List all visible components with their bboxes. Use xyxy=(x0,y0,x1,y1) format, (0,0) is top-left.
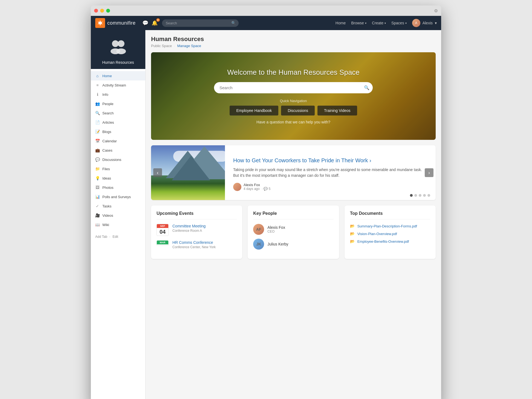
nav-icons: 💬 🔔 2 xyxy=(142,20,158,26)
user-menu[interactable]: A Alexis ▾ xyxy=(412,19,437,27)
files-icon: 📁 xyxy=(95,167,100,171)
spaces-arrow-icon: ▾ xyxy=(405,22,407,25)
person-details-2: Julius Kerby xyxy=(267,242,288,246)
minimize-button[interactable] xyxy=(100,9,104,13)
doc-item-3[interactable]: 📂 Employee-Benefits-Overview.pdf xyxy=(350,239,430,244)
page-subtitle: Public Space · Manage Space xyxy=(151,44,436,48)
carousel-dot-4[interactable] xyxy=(423,194,426,197)
event-month-1: SEP xyxy=(157,224,168,228)
title-bar-right: ⚙ xyxy=(434,8,438,13)
person-name-2[interactable]: Julius Kerby xyxy=(267,242,288,246)
sidebar-item-info[interactable]: ℹ Info xyxy=(91,90,145,99)
create-arrow-icon: ▾ xyxy=(384,22,386,25)
sidebar-item-tasks[interactable]: ✓ Tasks xyxy=(91,201,145,211)
sidebar-label-home: Home xyxy=(102,74,112,78)
hero-search-input[interactable] xyxy=(214,82,373,93)
sidebar-item-photos[interactable]: 🖼 Photos xyxy=(91,183,145,192)
videos-icon: 🎥 xyxy=(95,213,100,218)
doc-folder-icon-2: 📂 xyxy=(350,232,355,236)
sidebar-item-files[interactable]: 📁 Files xyxy=(91,164,145,174)
event-name-1[interactable]: Committee Meeting xyxy=(172,224,237,228)
sidebar-item-home[interactable]: ⌂ Home xyxy=(91,71,145,80)
svg-point-1 xyxy=(118,40,125,47)
carousel-dot-2[interactable] xyxy=(414,194,417,197)
search-submit-icon[interactable]: 🔍 xyxy=(231,21,236,25)
person-role-1: CEO xyxy=(267,230,285,233)
search-input[interactable] xyxy=(162,19,239,27)
hero-search-button[interactable]: 🔍 xyxy=(364,85,369,90)
event-name-2[interactable]: HR Comms Conference xyxy=(172,240,237,245)
doc-item-1[interactable]: 📂 Summary-Plan-Description-Forms.pdf xyxy=(350,224,430,228)
event-item-1: SEP 04 Committee Meeting Conference Room… xyxy=(157,224,237,236)
browse-arrow-icon: ▾ xyxy=(365,22,366,25)
cases-icon: 💼 xyxy=(95,148,100,152)
manage-space-link[interactable]: Manage Space xyxy=(177,44,201,48)
quicknav-handbook-button[interactable]: Employee Handbook xyxy=(230,106,278,115)
hero-content: Welcome to the Human Resources Space 🔍 Q… xyxy=(151,63,436,130)
documents-widget: Top Documents 📂 Summary-Plan-Description… xyxy=(345,206,436,259)
people-widget: Key People AF Alexis Fox CEO JK Julius K… xyxy=(248,206,339,259)
sidebar-item-calendar[interactable]: 📅 Calendar xyxy=(91,136,145,146)
person-item-1: AF Alexis Fox CEO xyxy=(253,224,333,235)
sidebar-label-ideas: Ideas xyxy=(102,176,111,180)
carousel-dot-1[interactable] xyxy=(410,194,413,197)
user-avatar: A xyxy=(412,19,420,27)
space-header: Human Resources xyxy=(91,30,145,69)
articles-icon: 📄 xyxy=(95,120,100,125)
hero-banner: Welcome to the Human Resources Space 🔍 Q… xyxy=(151,52,436,140)
nav-links: Home Browse ▾ Create ▾ Spaces ▾ A Alexis… xyxy=(336,19,437,27)
nav-create-link[interactable]: Create ▾ xyxy=(372,21,386,25)
home-icon: ⌂ xyxy=(95,74,100,78)
search-bar: 🔍 xyxy=(162,19,239,27)
gear-icon[interactable]: ⚙ xyxy=(434,8,438,13)
sidebar-item-people[interactable]: 👥 People xyxy=(91,99,145,108)
quick-nav-buttons: Employee Handbook Discussions Training V… xyxy=(157,106,430,115)
nav-home-link[interactable]: Home xyxy=(336,21,346,25)
close-button[interactable] xyxy=(94,9,98,13)
sidebar-item-discussions[interactable]: 💬 Discussions xyxy=(91,155,145,164)
main-content: Human Resources ⌂ Home ≡ Activity Stream… xyxy=(91,30,441,399)
sidebar-item-search[interactable]: 🔍 Search xyxy=(91,108,145,118)
space-icon xyxy=(107,36,129,57)
sidebar-item-videos[interactable]: 🎥 Videos xyxy=(91,211,145,220)
info-icon: ℹ xyxy=(95,92,100,97)
event-date-box-1: SEP 04 xyxy=(157,224,169,236)
sidebar-label-cases: Cases xyxy=(102,148,112,152)
carousel-author-avatar xyxy=(233,183,241,191)
doc-item-2[interactable]: 📂 Vision-Plan-Overview.pdf xyxy=(350,232,430,236)
chat-icon[interactable]: 💬 xyxy=(142,20,148,26)
carousel-article-link[interactable]: How to Get Your Coworkers to Take Pride … xyxy=(233,157,371,163)
notifications-icon[interactable]: 🔔 2 xyxy=(152,20,158,26)
logo-icon[interactable] xyxy=(95,18,105,28)
maximize-button[interactable] xyxy=(106,9,110,13)
carousel-dot-3[interactable] xyxy=(419,194,421,197)
sidebar-label-search: Search xyxy=(102,111,114,115)
carousel-dot-5[interactable] xyxy=(427,194,430,197)
nav-spaces-link[interactable]: Spaces ▾ xyxy=(391,21,407,25)
add-tab-link[interactable]: Add Tab xyxy=(95,235,107,239)
activity-stream-icon: ≡ xyxy=(95,83,100,87)
sidebar-item-ideas[interactable]: 💡 Ideas xyxy=(91,174,145,183)
calendar-icon: 📅 xyxy=(95,139,100,143)
nav-browse-link[interactable]: Browse ▾ xyxy=(351,21,366,25)
sidebar-item-activity-stream[interactable]: ≡ Activity Stream xyxy=(91,80,145,90)
sidebar-item-polls[interactable]: 📊 Polls and Surveys xyxy=(91,192,145,201)
person-name-1[interactable]: Alexis Fox xyxy=(267,225,285,230)
carousel-next-button[interactable]: › xyxy=(425,168,433,177)
ideas-icon: 💡 xyxy=(95,176,100,180)
quick-nav-label: Quick Navigation xyxy=(157,99,430,103)
event-info-2: HR Comms Conference Conference Center, N… xyxy=(172,240,237,249)
sidebar-item-wiki[interactable]: 📖 Wiki xyxy=(91,220,145,229)
polls-icon: 📊 xyxy=(95,195,100,199)
carousel-article-title: How to Get Your Coworkers to Take Pride … xyxy=(233,157,427,164)
sidebar-item-cases[interactable]: 💼 Cases xyxy=(91,146,145,155)
sidebar-item-articles[interactable]: 📄 Articles xyxy=(91,118,145,127)
edit-link[interactable]: Edit xyxy=(112,235,118,239)
quicknav-discussions-button[interactable]: Discussions xyxy=(281,106,315,115)
quicknav-training-button[interactable]: Training Videos xyxy=(317,106,357,115)
event-location-1: Conference Room A xyxy=(172,229,237,233)
event-day-2 xyxy=(157,244,168,245)
person-avatar-alexis: AF xyxy=(253,224,264,235)
carousel-prev-button[interactable]: ‹ xyxy=(153,168,162,177)
sidebar-item-blogs[interactable]: 📝 Blogs xyxy=(91,127,145,136)
